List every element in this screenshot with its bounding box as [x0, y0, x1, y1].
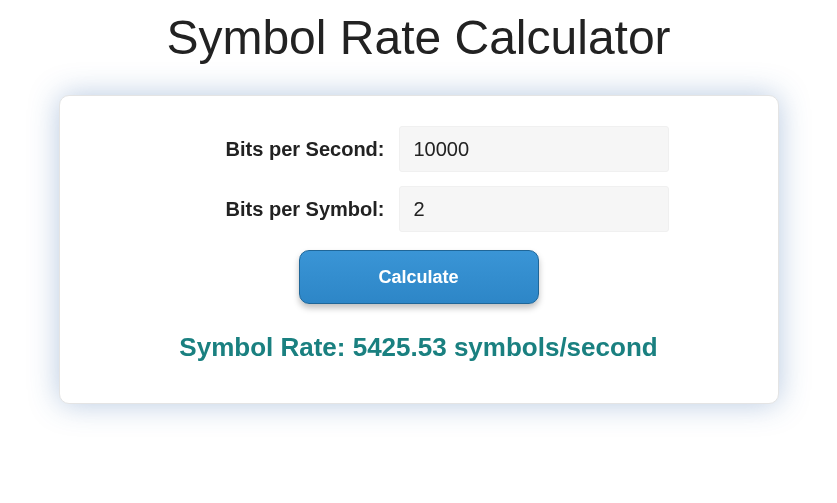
bits-per-symbol-label: Bits per Symbol: — [169, 198, 399, 221]
calculate-button[interactable]: Calculate — [299, 250, 539, 304]
bits-per-symbol-input[interactable] — [399, 186, 669, 232]
bits-per-second-label: Bits per Second: — [169, 138, 399, 161]
bits-per-second-row: Bits per Second: — [100, 126, 738, 172]
button-row: Calculate — [100, 250, 738, 304]
bits-per-symbol-row: Bits per Symbol: — [100, 186, 738, 232]
result-row: Symbol Rate: 5425.53 symbols/second — [100, 332, 738, 363]
page-title: Symbol Rate Calculator — [0, 10, 837, 65]
result-suffix: symbols/second — [447, 332, 658, 362]
calculator-card: Bits per Second: Bits per Symbol: Calcul… — [59, 95, 779, 404]
result-prefix: Symbol Rate: — [179, 332, 352, 362]
result-value: 5425.53 — [353, 332, 447, 362]
bits-per-second-input[interactable] — [399, 126, 669, 172]
